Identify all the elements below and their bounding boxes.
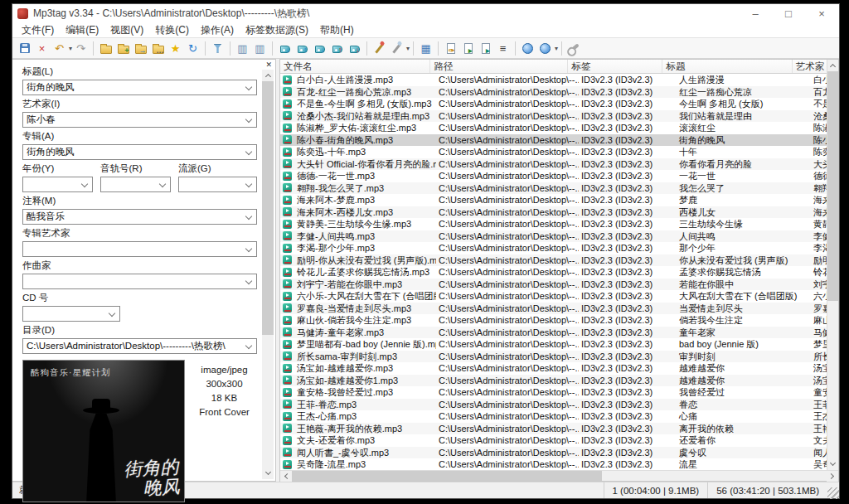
table-row[interactable]: 白小白-人生路漫漫.mp3C:\Users\Administrator\Desk… [280,74,827,86]
artist-field[interactable]: 陈小春 [22,112,257,128]
scroll-up-icon[interactable] [827,60,838,71]
table-row[interactable]: 罗嘉良-当爱情走到尽头.mp3C:\Users\Administrator\De… [280,303,827,315]
vscroll-thumb[interactable] [827,71,838,301]
table-row[interactable]: 闻人听書_-虞兮叹.mp3C:\Users\Administrator\Desk… [280,447,827,459]
remove-tag-button[interactable]: × [33,40,51,57]
menu-item-2[interactable]: 视图(V) [104,22,149,39]
move-directory-button[interactable]: → [132,40,149,57]
table-row[interactable]: 翱翔-我怎么哭了.mp3C:\Users\Administrator\Deskt… [280,182,827,195]
undo-button[interactable]: ↶ [51,40,68,57]
table-row[interactable]: 沧桑小杰-我们站着就是理由.mp3C:\Users\Administrator\… [280,110,827,123]
table-row[interactable]: 童安格-我曾经爱过.mp3C:\Users\Administrator\Desk… [280,386,827,399]
comment-field[interactable]: 酷我音乐 [22,209,257,225]
table-row[interactable]: 铃花儿-孟婆求你赐我忘情汤.mp3C:\Users\Administrator\… [280,266,827,279]
tag-panel-close-icon[interactable]: ✕ [265,61,272,69]
genre-field[interactable] [178,177,257,192]
table-row[interactable]: 所长sama-审判时刻.mp3C:\Users\Administrator\De… [280,351,827,363]
web-sources-button[interactable] [519,40,536,57]
cover-art[interactable]: 酷狗音乐·星耀计划 街角的 晚风 [22,360,185,502]
menu-item-4[interactable]: 操作(A) [195,22,240,39]
table-row[interactable]: 陈淑桦_罗大佑-滚滚红尘.mp3C:\Users\Administrator\D… [280,122,827,134]
title-field[interactable]: 街角的晚风 [22,80,257,95]
chevron-down-icon[interactable] [245,148,252,155]
table-row[interactable]: 黄静美-三生劫续今生缘.mp3C:\Users\Administrator\De… [280,218,827,230]
extended-tags-button[interactable]: ▦ [417,40,434,57]
playlist-all-button[interactable]: ▸ [459,40,477,57]
column-header-3[interactable]: 标题 [662,60,792,73]
scroll-left-icon[interactable] [280,471,292,482]
table-row[interactable]: 梦里喵都有-bad boy (Jennie 版).mp3C:\Users\Adm… [280,338,827,351]
playlist-selected-button[interactable]: ▸ [477,40,494,57]
tag-sources-button[interactable] [536,40,554,57]
close-button[interactable]: × [816,7,827,20]
tag-sources-dropdown-icon[interactable]: ▾ [555,45,558,52]
chevron-down-icon[interactable] [245,245,252,252]
tag-panel-scroll-thumb[interactable] [262,81,274,335]
import-tag-button[interactable]: ↑ [328,40,346,57]
change-directory-button[interactable] [97,40,114,57]
actions-quick-dropdown-icon[interactable]: ▾ [406,45,410,52]
year-field[interactable] [22,177,93,192]
convert-tag-filename-button[interactable]: ↓ [276,40,294,57]
table-row[interactable]: 陈小春-街角的晚风.mp3C:\Users\Administrator\Desk… [280,134,827,147]
table-row[interactable]: 吴奇隆-流星.mp3C:\Users\Administrator\Desktop… [280,458,827,470]
table-row[interactable]: 文夫-还爱着你.mp3C:\Users\Administrator\Deskto… [280,434,827,447]
tag-panel-scrollbar[interactable] [262,70,274,479]
table-row[interactable]: 李渴-那个少年.mp3C:\Users\Administrator\Deskto… [280,242,827,254]
table-row[interactable]: 德德-一花一世.mp3C:\Users\Administrator\Deskto… [280,170,827,182]
export-button[interactable]: ✑ [442,40,459,57]
track-field[interactable] [100,177,171,192]
menu-item-5[interactable]: 标签数据源(S) [240,22,314,39]
chevron-down-icon[interactable] [245,342,252,349]
scroll-up-icon[interactable] [262,70,274,81]
table-row[interactable]: 汤宝如-越难越爱你.mp3C:\Users\Administrator\Desk… [280,362,827,375]
actions-button[interactable] [371,40,388,57]
table-row[interactable]: 王杰-心痛.mp3C:\Users\Administrator\Desktop\… [280,410,827,423]
refresh-button[interactable]: ↻ [184,40,201,57]
minimize-button[interactable]: – [750,7,761,20]
table-row[interactable]: 麻山伙-倘若我今生注定.mp3C:\Users\Administrator\De… [280,314,827,327]
actions-quick-button[interactable] [388,40,405,57]
chevron-down-icon[interactable] [245,181,252,187]
chevron-down-icon[interactable] [245,278,252,284]
table-row[interactable]: 陈奕迅-十年.mp3C:\Users\Administrator\Desktop… [280,146,827,158]
table-row[interactable]: 王艳薇-离开我的依赖.mp3C:\Users\Administrator\Des… [280,423,827,435]
filter-button[interactable] [209,40,226,57]
export-tag-button[interactable]: ↓ [346,40,363,57]
convert-filename-tag-button[interactable]: ↑ [294,40,311,57]
table-row[interactable]: 李健-人间共鸣.mp3C:\Users\Administrator\Deskto… [280,230,827,243]
disc-field[interactable] [22,306,120,322]
chevron-down-icon[interactable] [81,181,88,187]
menu-item-1[interactable]: 编辑(E) [60,22,104,39]
chevron-down-icon[interactable] [159,181,166,187]
table-row[interactable]: 刘宇宁-若能在你眼中.mp3C:\Users\Administrator\Des… [280,279,827,291]
chevron-down-icon[interactable] [109,310,115,317]
menu-item-3[interactable]: 转换(C) [149,22,195,39]
maximize-button[interactable]: □ [783,7,794,20]
add-directory-button[interactable]: + [114,40,132,57]
resize-grip[interactable] [827,487,839,499]
composer-field[interactable] [22,274,257,289]
column-header-4[interactable]: 艺术家 [793,60,827,73]
chevron-down-icon[interactable] [245,84,252,90]
directory-field[interactable]: C:\Users\Administrator\Desktop\---------… [22,338,257,354]
cover-view-toggle-button[interactable]: ▥ [251,40,269,57]
auto-numbering-wizard-button[interactable]: ≡ [494,40,512,57]
scroll-down-icon[interactable] [827,458,838,470]
convert-filename-filename-button[interactable]: ↓ [311,40,328,57]
chevron-down-icon[interactable] [245,116,252,123]
hscroll-thumb[interactable] [292,471,602,481]
table-row[interactable]: 王菲-眷恋.mp3C:\Users\Administrator\Desktop\… [280,399,827,411]
save-tag-button[interactable] [16,40,33,57]
scroll-right-icon[interactable] [827,471,838,482]
parent-directory-button[interactable]: … [149,40,167,57]
file-list-vscrollbar[interactable] [827,60,838,470]
options-button[interactable] [565,40,583,57]
albumartist-field[interactable] [22,241,257,257]
favorite-directories-button[interactable]: ★ [167,40,184,57]
table-row[interactable]: 汤宝如-越难越爱你1.mp3C:\Users\Administrator\Des… [280,375,827,387]
table-row[interactable]: 海来阿木-梦鹿.mp3C:\Users\Administrator\Deskto… [280,194,827,206]
table-row[interactable]: 马健涛-童年老家.mp3C:\Users\Administrator\Deskt… [280,327,827,339]
table-row[interactable]: 百龙-红尘一路痴心荒凉.mp3C:\Users\Administrator\De… [280,86,827,99]
chevron-down-icon[interactable] [245,213,252,220]
